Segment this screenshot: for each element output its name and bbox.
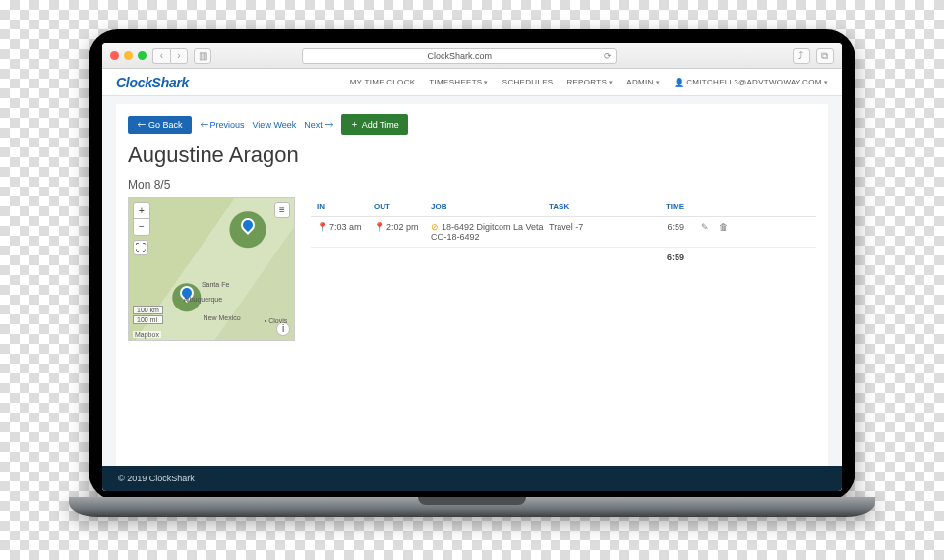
- nav-reports[interactable]: REPORTS: [566, 78, 613, 87]
- location-pin-icon: 📍: [317, 222, 327, 232]
- add-time-button[interactable]: ＋ Add Time: [341, 114, 408, 135]
- nav-my-time-clock[interactable]: MY TIME CLOCK: [350, 78, 416, 87]
- address-bar-url: ClockShark.com: [428, 51, 493, 61]
- map-attribution: Mapbox: [133, 331, 161, 338]
- top-nav: ClockShark MY TIME CLOCK TIMESHEETS SCHE…: [102, 69, 842, 96]
- map-fullscreen-button[interactable]: ⛶: [133, 240, 148, 255]
- col-out: OUT: [374, 202, 431, 211]
- col-in: IN: [317, 202, 374, 211]
- add-time-label: Add Time: [362, 120, 399, 130]
- browser-back-button[interactable]: ‹: [152, 48, 170, 64]
- arrow-left-icon: 🡐: [137, 120, 146, 130]
- address-bar[interactable]: ClockShark.com ⟳: [302, 48, 617, 64]
- reload-icon[interactable]: ⟳: [604, 51, 612, 61]
- zoom-in-button[interactable]: +: [134, 203, 149, 219]
- close-window-icon[interactable]: [110, 51, 119, 60]
- page-footer: © 2019 ClockShark: [102, 466, 842, 491]
- map-info-button[interactable]: i: [276, 322, 290, 336]
- laptop-notch: [418, 497, 526, 505]
- col-task: TASK: [549, 202, 637, 211]
- nav-timesheets[interactable]: TIMESHEETS: [429, 78, 488, 87]
- map-zoom-control: + −: [133, 202, 150, 236]
- nav-user-menu[interactable]: 👤 CMITCHELL3@ADVTWOWAY.COM: [674, 78, 828, 87]
- total-time: 6:59: [637, 252, 684, 262]
- delete-icon[interactable]: 🗑: [719, 222, 728, 232]
- cell-in: 📍7:03 am: [317, 222, 374, 232]
- traffic-lights: [110, 51, 147, 60]
- go-back-label: Go Back: [148, 120, 183, 130]
- minimize-window-icon[interactable]: [124, 51, 133, 60]
- nav-schedules[interactable]: SCHEDULES: [502, 78, 554, 87]
- map-city-label: New Mexico: [204, 314, 241, 321]
- view-week-link[interactable]: View Week: [253, 120, 297, 130]
- zoom-out-button[interactable]: −: [134, 219, 149, 235]
- toolbar: 🡐 Go Back 🡐 Previous View Week Next 🡒: [128, 114, 816, 135]
- table-row: 📍7:03 am 📍2:02 pm ⊘18-6492 Digitcom La V…: [311, 217, 816, 248]
- map-scale: 100 km 100 mi: [133, 305, 163, 324]
- tabs-icon[interactable]: ⧉: [816, 48, 834, 64]
- share-icon[interactable]: ⤴: [793, 48, 810, 64]
- map-scale-mi: 100 mi: [133, 315, 163, 324]
- map-city-label: Santa Fe: [202, 281, 229, 288]
- next-link[interactable]: Next 🡒: [304, 120, 333, 130]
- content-card: 🡐 Go Back 🡐 Previous View Week Next 🡒: [116, 104, 828, 466]
- map-city-label: Albuquerque: [183, 296, 222, 303]
- location-pin-icon: 📍: [374, 222, 384, 232]
- logo[interactable]: ClockShark: [116, 75, 189, 90]
- nav-user-label: CMITCHELL3@ADVTWOWAY.COM: [686, 78, 821, 86]
- map-layers-button[interactable]: ≡: [274, 202, 290, 218]
- laptop-frame: ‹ › ▥ ClockShark.com ⟳ ⤴ ⧉ ClockShark: [69, 29, 875, 531]
- user-icon: 👤: [674, 78, 684, 87]
- browser-chrome: ‹ › ▥ ClockShark.com ⟳ ⤴ ⧉: [102, 43, 842, 69]
- go-back-button[interactable]: 🡐 Go Back: [128, 116, 192, 134]
- sidebar-toggle-icon[interactable]: ▥: [194, 48, 211, 64]
- browser-forward-button[interactable]: ›: [170, 48, 188, 64]
- maximize-window-icon[interactable]: [138, 51, 147, 60]
- edit-icon[interactable]: ✎: [701, 222, 709, 232]
- nav-back-forward: ‹ ›: [152, 48, 188, 64]
- plus-icon: ＋: [350, 118, 359, 131]
- page-title: Augustine Aragon: [128, 142, 816, 168]
- map[interactable]: + − ⛶ ≡ i 100 km 100 mi Mapbox: [128, 197, 295, 341]
- map-city-label: • Clovis: [265, 317, 287, 324]
- map-scale-km: 100 km: [133, 306, 163, 314]
- arrow-left-icon: 🡐: [200, 120, 208, 130]
- previous-link[interactable]: 🡐 Previous: [200, 120, 245, 130]
- col-time: TIME: [637, 202, 684, 211]
- map-pin-icon[interactable]: [238, 215, 258, 235]
- cell-job: ⊘18-6492 Digitcom La Veta CO-18-6492: [431, 222, 549, 242]
- day-label: Mon 8/5: [128, 178, 816, 192]
- cell-task: Travel -7: [549, 222, 637, 232]
- time-entries-table: IN OUT JOB TASK TIME 📍7:03 am: [311, 197, 816, 267]
- nav-admin[interactable]: ADMIN: [626, 78, 660, 87]
- cell-out: 📍2:02 pm: [374, 222, 431, 232]
- cell-time: 6:59: [637, 222, 684, 232]
- warning-icon: ⊘: [431, 222, 439, 232]
- arrow-right-icon: 🡒: [324, 120, 333, 130]
- col-job: JOB: [431, 202, 549, 211]
